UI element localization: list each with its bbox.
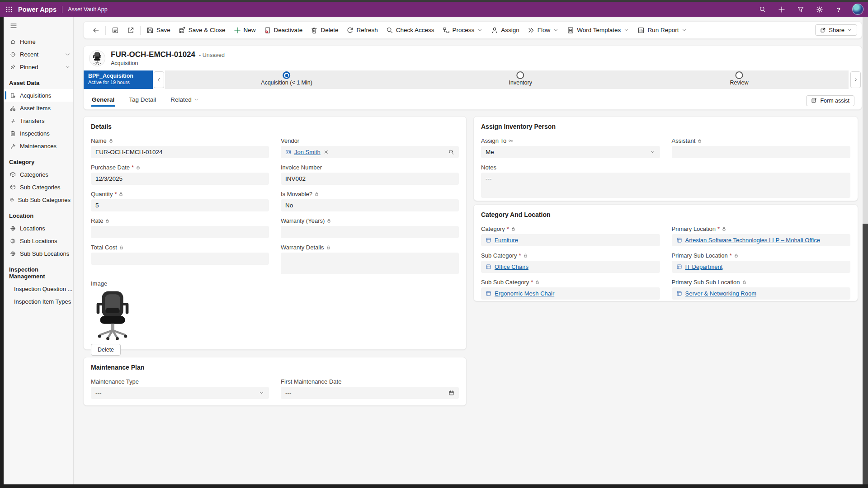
run-report-button[interactable]: Run Report [633,24,691,36]
sidebar-item-sub-locations[interactable]: Sub Locations [4,235,73,247]
sub-category-link[interactable]: Office Chairs [495,263,528,270]
bpf-process-badge[interactable]: BPF_Acquisition Active for 19 hours [84,70,153,89]
sidebar-item-locations[interactable]: Locations [4,222,73,235]
sidebar-item-sub-sub-locations[interactable]: Sub Sub Locations [4,247,73,260]
primary-sub-sub-location-link[interactable]: Server & Networking Room [685,290,757,297]
back-icon [92,27,99,34]
help-button[interactable] [831,2,846,17]
save-label: Save [156,27,170,33]
name-input[interactable]: FUR-OCH-EMCH-01024 [91,146,269,158]
category-lookup[interactable]: Furniture [481,234,660,246]
sidebar-item-sub-sub-categories[interactable]: Sub Sub Categories [4,193,73,206]
image-delete-button[interactable]: Delete [91,344,121,356]
sidebar-item-inspections[interactable]: Inspections [4,127,73,140]
back-button[interactable] [88,24,104,36]
tab-general[interactable]: General [91,92,115,109]
search-icon[interactable] [448,149,454,155]
user-avatar[interactable] [852,4,863,15]
sidebar-item-acquisitions[interactable]: Acquisitions [4,89,73,102]
remove-value-icon[interactable] [324,150,329,155]
bpf-collapse-button[interactable] [154,71,164,88]
primary-sub-location-lookup[interactable]: IT Department [672,261,851,273]
calendar-icon[interactable] [448,390,454,396]
warranty-years-input[interactable] [281,226,459,238]
sub-sub-category-lookup[interactable]: Ergonomic Mesh Chair [481,287,660,300]
share-button[interactable]: Share [815,24,857,36]
bpf-stage-acquisition[interactable]: Acquisition (< 1 Min) [261,70,312,86]
form-switcher-button[interactable] [108,24,123,36]
asset-image[interactable] [91,289,134,341]
waffle-menu-button[interactable] [0,2,18,17]
new-button[interactable]: New [230,24,260,36]
app-name[interactable]: Asset Vault App [68,6,107,13]
org-chart-icon [10,105,16,111]
total-cost-input[interactable] [91,253,269,265]
quick-create-button[interactable] [774,2,789,17]
sidebar-item-categories[interactable]: Categories [4,168,73,181]
primary-sub-location-link[interactable]: IT Department [685,263,723,270]
assistant-input[interactable] [672,146,851,158]
vendor-link[interactable]: Jon Smith [294,149,321,155]
primary-location-lookup[interactable]: Artesian Software Technologies LLP – Moh… [672,234,851,246]
deactivate-button[interactable]: Deactivate [260,24,307,36]
delete-button[interactable]: Delete [307,24,342,36]
tab-related[interactable]: Related [170,92,200,109]
assign-to-dropdown[interactable]: Me [481,146,660,158]
maintenance-type-dropdown[interactable]: --- [91,387,269,399]
sub-sub-category-link[interactable]: Ergonomic Mesh Chair [495,290,554,297]
sidebar-item-maintenances[interactable]: Maintenances [4,140,73,152]
word-templates-button[interactable]: Word Templates [563,24,633,36]
rate-input[interactable] [91,226,269,238]
field-name: Name FUR-OCH-EMCH-01024 [91,137,269,158]
sidebar-item-pinned[interactable]: Pinned [4,61,73,73]
save-and-close-button[interactable]: Save & Close [175,24,230,36]
sidebar-group-inspection-management: Inspection Management [4,260,73,282]
share-label: Share [829,27,844,33]
bpf-stage-review[interactable]: Review [730,70,749,86]
filter-button[interactable] [793,2,808,17]
record-title: FUR-OCH-EMCH-01024 [111,50,195,59]
primary-location-link[interactable]: Artesian Software Technologies LLP – Moh… [685,237,820,244]
sidebar-item-inspection-item-types[interactable]: Inspection Item Types [4,295,73,308]
quantity-input[interactable]: 5 [91,199,269,211]
field-first-maintenance-date: First Maintenance Date --- [281,378,459,399]
process-button[interactable]: Process [439,24,487,36]
check-access-button[interactable]: Check Access [382,24,439,36]
sidebar-item-home[interactable]: Home [4,35,73,48]
warranty-details-input[interactable] [281,253,459,274]
tab-tag-detail[interactable]: Tag Detail [128,92,157,109]
vendor-lookup-input[interactable]: Jon Smith [281,146,459,158]
notes-input[interactable]: --- [481,173,850,198]
chevron-down-icon[interactable] [65,64,71,70]
flow-button[interactable]: Flow [524,24,563,36]
sidebar-item-transfers[interactable]: Transfers [4,114,73,127]
bpf-stage-inventory[interactable]: Inventory [509,70,532,86]
is-movable-input[interactable]: No [281,199,459,211]
sidebar-item-inspection-question[interactable]: Inspection Question ... [4,282,73,295]
sidebar-item-recent[interactable]: Recent [4,48,73,61]
sidebar-collapse-button[interactable] [4,17,73,35]
chevron-down-icon [477,27,483,33]
primary-sub-sub-location-lookup[interactable]: Server & Networking Room [672,287,851,300]
bpf-expand-button[interactable] [850,71,861,88]
refresh-button[interactable]: Refresh [342,24,382,36]
product-name[interactable]: Power Apps [18,6,57,13]
settings-button[interactable] [812,2,827,17]
assign-button[interactable]: Assign [487,24,524,36]
popout-button[interactable] [123,24,138,36]
scrollbar-thumb[interactable] [863,17,868,224]
category-link[interactable]: Furniture [495,237,518,244]
sidebar-item-asset-items[interactable]: Asset Items [4,102,73,114]
sidebar-item-label: Sub Sub Categories [18,197,71,203]
chevron-down-icon[interactable] [65,52,71,57]
save-button[interactable]: Save [142,24,175,36]
sub-category-lookup[interactable]: Office Chairs [481,261,660,273]
form-assist-button[interactable]: Form assist [806,95,854,106]
search-button[interactable] [755,2,770,17]
sidebar-item-sub-categories[interactable]: Sub Categories [4,181,73,193]
first-maintenance-date-input[interactable]: --- [281,387,459,399]
invoice-number-input[interactable]: INV002 [281,173,459,185]
scrollbar-track[interactable] [863,224,868,484]
purchase-date-input[interactable]: 12/3/2025 [91,173,269,185]
field-warranty-details: Warranty Details [281,244,459,274]
